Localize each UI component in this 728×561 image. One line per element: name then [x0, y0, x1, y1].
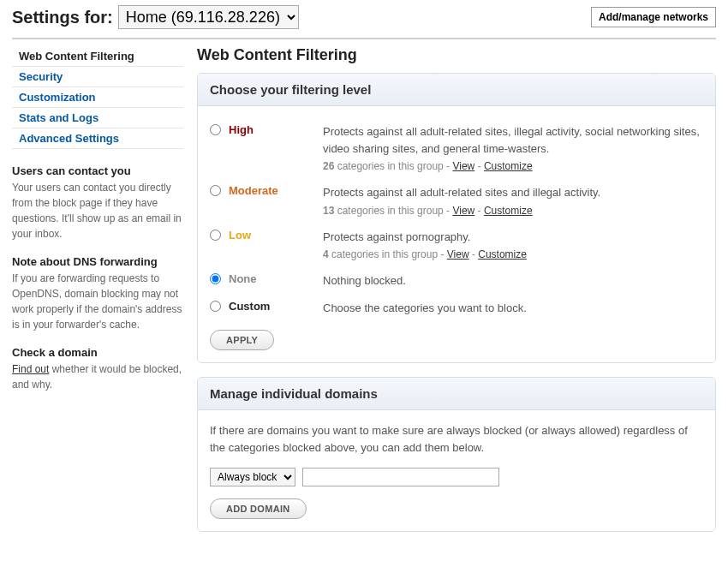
domains-panel: Manage individual domains If there are d… — [197, 377, 716, 532]
sidebar-check-body: Find out whether it would be blocked, an… — [12, 361, 183, 392]
level-desc-custom: Choose the categories you want to block. — [323, 301, 527, 314]
level-row-custom: Custom Choose the categories you want to… — [210, 295, 703, 322]
sidebar-section-check: Check a domain Find out whether it would… — [12, 346, 183, 392]
level-low-count: 4 — [323, 248, 329, 260]
sidebar-check-title: Check a domain — [12, 346, 183, 359]
settings-for-label: Settings for: — [12, 8, 113, 27]
level-row-none: None Nothing blocked. — [210, 267, 703, 295]
sidebar-contact-title: Users can contact you — [12, 164, 183, 177]
view-low-link[interactable]: View — [447, 248, 469, 260]
sidebar-section-dns: Note about DNS forwarding If you are for… — [12, 255, 183, 332]
customize-high-link[interactable]: Customize — [484, 160, 533, 172]
sidebar: Web Content Filtering Security Customiza… — [12, 46, 183, 546]
level-name-moderate: Moderate — [229, 184, 323, 197]
level-name-low: Low — [229, 229, 323, 242]
radio-high[interactable] — [210, 124, 221, 135]
level-moderate-count: 13 — [323, 205, 334, 217]
find-out-link[interactable]: Find out — [12, 363, 49, 375]
nav-list: Web Content Filtering Security Customiza… — [12, 46, 183, 149]
network-select[interactable]: Home (69.116.28.226) — [118, 5, 299, 29]
sidebar-contact-body: Your users can contact you directly from… — [12, 180, 183, 242]
radio-none[interactable] — [210, 273, 221, 284]
level-name-custom: Custom — [229, 300, 323, 313]
nav-advanced-settings[interactable]: Advanced Settings — [12, 128, 183, 149]
level-row-moderate: Moderate Protects against all adult-rela… — [210, 179, 703, 224]
view-high-link[interactable]: View — [452, 160, 474, 172]
sidebar-dns-title: Note about DNS forwarding — [12, 255, 183, 268]
nav-web-content-filtering[interactable]: Web Content Filtering — [12, 46, 183, 67]
domains-panel-body: If there are domains you want to make su… — [210, 422, 703, 456]
level-desc-high: Protects against all adult-related sites… — [323, 125, 700, 155]
nav-security[interactable]: Security — [12, 67, 183, 87]
page-title: Web Content Filtering — [197, 46, 716, 64]
sidebar-dns-body: If you are forwarding requests to OpenDN… — [12, 271, 183, 332]
domain-action-select[interactable]: Always block — [210, 468, 295, 486]
view-moderate-link[interactable]: View — [452, 205, 474, 217]
level-name-high: High — [229, 123, 323, 136]
main-content: Web Content Filtering Choose your filter… — [197, 46, 716, 546]
level-high-count: 26 — [323, 160, 334, 172]
add-manage-networks-button[interactable]: Add/manage networks — [591, 7, 716, 27]
level-row-low: Low Protects against pornography. 4 cate… — [210, 224, 703, 268]
level-row-high: High Protects against all adult-related … — [210, 118, 703, 179]
customize-low-link[interactable]: Customize — [478, 248, 527, 260]
domain-input[interactable] — [302, 468, 499, 486]
filtering-panel: Choose your filtering level High Protect… — [197, 73, 716, 363]
radio-custom[interactable] — [210, 301, 221, 312]
level-desc-moderate: Protects against all adult-related sites… — [323, 186, 600, 199]
top-bar: Settings for: Home (69.116.28.226) Add/m… — [12, 0, 716, 39]
level-desc-none: Nothing blocked. — [323, 274, 406, 287]
apply-button[interactable]: APPLY — [210, 330, 274, 350]
radio-moderate[interactable] — [210, 185, 221, 196]
filtering-panel-header: Choose your filtering level — [198, 74, 715, 106]
radio-low[interactable] — [210, 230, 221, 241]
nav-customization[interactable]: Customization — [12, 87, 183, 108]
level-name-none: None — [229, 272, 323, 285]
customize-moderate-link[interactable]: Customize — [484, 205, 533, 217]
sidebar-section-contact: Users can contact you Your users can con… — [12, 164, 183, 242]
domains-panel-header: Manage individual domains — [198, 378, 715, 410]
nav-stats-and-logs[interactable]: Stats and Logs — [12, 108, 183, 128]
add-domain-button[interactable]: ADD DOMAIN — [210, 498, 307, 519]
level-desc-low: Protects against pornography. — [323, 230, 470, 243]
